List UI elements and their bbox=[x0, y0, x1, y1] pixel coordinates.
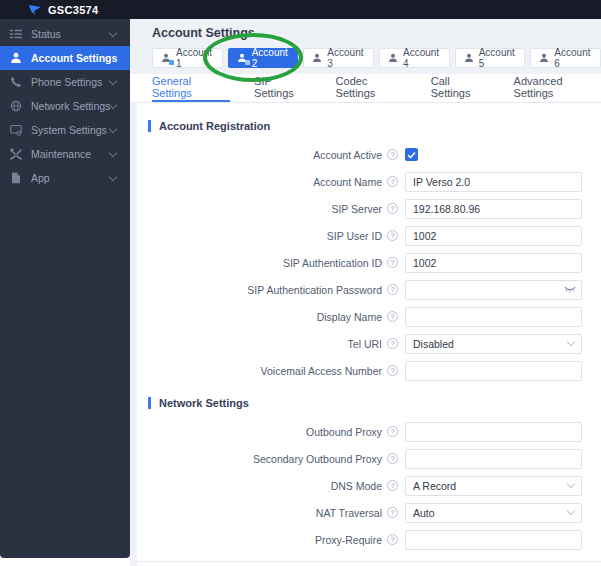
field-label: NAT Traversal bbox=[148, 507, 382, 519]
help-icon[interactable] bbox=[387, 230, 398, 241]
field-label: SIP Authentication Password bbox=[148, 284, 382, 296]
phone-icon bbox=[10, 76, 22, 88]
outbound-proxy-input[interactable] bbox=[405, 422, 582, 442]
field-label: Secondary Outbound Proxy bbox=[148, 453, 382, 465]
tel-uri-select[interactable]: Disabled bbox=[405, 334, 582, 354]
tab-account-1[interactable]: Account 1 bbox=[152, 48, 223, 68]
field-row-sip-user-id: SIP User ID bbox=[148, 222, 601, 249]
tab-account-5[interactable]: Account 5 bbox=[455, 48, 526, 68]
account-person-icon bbox=[237, 53, 247, 63]
account-person-icon bbox=[10, 52, 22, 64]
help-icon[interactable] bbox=[387, 365, 398, 376]
field-row-sip-authentication-password: SIP Authentication Password bbox=[148, 276, 601, 303]
field-row-secondary-outbound-proxy: Secondary Outbound Proxy bbox=[148, 445, 601, 472]
selected-value: Auto bbox=[413, 507, 435, 519]
help-icon[interactable] bbox=[387, 311, 398, 322]
tab-codec-settings[interactable]: Codec Settings bbox=[336, 74, 407, 102]
top-bar: GSC3574 bbox=[0, 0, 601, 19]
content-area: Account Settings Account 1 Account 2 Acc… bbox=[130, 19, 601, 566]
help-icon[interactable] bbox=[387, 257, 398, 268]
account-tab-label: Account 5 bbox=[479, 47, 517, 69]
tab-call-settings[interactable]: Call Settings bbox=[431, 74, 490, 102]
chevron-down-icon bbox=[567, 338, 575, 346]
sip-authentication-password-input[interactable] bbox=[405, 280, 582, 300]
sidebar-item-system-settings[interactable]: System Settings bbox=[0, 118, 130, 142]
tab-account-2[interactable]: Account 2 bbox=[228, 48, 299, 68]
field-label: Voicemail Access Number bbox=[148, 365, 382, 377]
tab-advanced-settings[interactable]: Advanced Settings bbox=[514, 74, 601, 102]
section-marker bbox=[148, 397, 151, 409]
device-model-label: GSC3574 bbox=[48, 4, 98, 16]
dns-mode-select[interactable]: A Record bbox=[405, 476, 582, 496]
sidebar-item-label: Status bbox=[31, 28, 110, 40]
selected-value: A Record bbox=[413, 480, 456, 492]
field-row-account-active: Account Active bbox=[148, 141, 601, 168]
sidebar-item-phone-settings[interactable]: Phone Settings bbox=[0, 70, 130, 94]
tab-sip-settings[interactable]: SIP Settings bbox=[254, 74, 312, 102]
brand-logo: GSC3574 bbox=[28, 4, 98, 16]
tab-account-4[interactable]: Account 4 bbox=[379, 48, 450, 68]
password-visibility-icon[interactable] bbox=[564, 285, 576, 295]
system-settings-icon bbox=[10, 124, 22, 136]
help-icon[interactable] bbox=[387, 480, 398, 491]
account-person-icon bbox=[161, 53, 171, 63]
account-person-icon bbox=[388, 53, 398, 63]
account-person-icon bbox=[312, 53, 322, 63]
help-icon[interactable] bbox=[387, 453, 398, 464]
account-tab-label: Account 2 bbox=[252, 47, 290, 69]
help-icon[interactable] bbox=[387, 203, 398, 214]
field-row-sip-server: SIP Server bbox=[148, 195, 601, 222]
sidebar-item-label: Phone Settings bbox=[31, 76, 110, 88]
field-label: Account Name bbox=[148, 176, 382, 188]
field-row-outbound-proxy: Outbound Proxy bbox=[148, 418, 601, 445]
field-label: DNS Mode bbox=[148, 480, 382, 492]
gsc3574-admin-page: GSC3574 Status Account Settings Phone Se… bbox=[0, 0, 601, 566]
account-name-input[interactable] bbox=[405, 172, 582, 192]
account-tab-label: Account 3 bbox=[327, 47, 365, 69]
account-active-checkbox[interactable] bbox=[405, 148, 418, 161]
chevron-down-icon bbox=[567, 480, 575, 488]
help-icon[interactable] bbox=[387, 284, 398, 295]
tab-account-6[interactable]: Account 6 bbox=[530, 48, 601, 68]
field-label: SIP Server bbox=[148, 203, 382, 215]
voicemail-access-number-input[interactable] bbox=[405, 361, 582, 381]
sidebar-nav: Status Account Settings Phone Settings N… bbox=[0, 19, 130, 558]
sidebar-item-label: Network Settings bbox=[31, 100, 110, 112]
secondary-outbound-proxy-input[interactable] bbox=[405, 449, 582, 469]
account-person-icon bbox=[539, 53, 549, 63]
sidebar-item-app[interactable]: App bbox=[0, 166, 130, 190]
sidebar-item-label: Account Settings bbox=[31, 52, 120, 64]
field-label: SIP User ID bbox=[148, 230, 382, 242]
help-icon[interactable] bbox=[387, 507, 398, 518]
chevron-down-icon bbox=[109, 148, 117, 156]
registered-badge bbox=[169, 60, 174, 65]
help-icon[interactable] bbox=[387, 534, 398, 545]
sidebar-item-status[interactable]: Status bbox=[0, 22, 130, 46]
help-icon[interactable] bbox=[387, 338, 398, 349]
sip-authentication-id-input[interactable] bbox=[405, 253, 582, 273]
chevron-down-icon bbox=[567, 507, 575, 515]
display-name-input[interactable] bbox=[405, 307, 582, 327]
proxy-require-input[interactable] bbox=[405, 530, 582, 550]
sidebar-item-label: Maintenance bbox=[31, 148, 110, 160]
chevron-down-icon bbox=[109, 172, 117, 180]
section-title: Network Settings bbox=[159, 397, 249, 409]
chevron-down-icon bbox=[109, 76, 117, 84]
help-icon[interactable] bbox=[387, 149, 398, 160]
sidebar-item-maintenance[interactable]: Maintenance bbox=[0, 142, 130, 166]
tab-general-settings[interactable]: General Settings bbox=[152, 74, 230, 102]
section-marker bbox=[148, 120, 151, 132]
help-icon[interactable] bbox=[387, 176, 398, 187]
sip-user-id-input[interactable] bbox=[405, 226, 582, 246]
sidebar-item-account-settings[interactable]: Account Settings bbox=[0, 46, 130, 70]
sidebar-item-network-settings[interactable]: Network Settings bbox=[0, 94, 130, 118]
section-network-settings: Network Settings bbox=[148, 396, 601, 410]
app-document-icon bbox=[10, 172, 22, 184]
nat-traversal-select[interactable]: Auto bbox=[405, 503, 582, 523]
tab-account-3[interactable]: Account 3 bbox=[303, 48, 374, 68]
sip-server-input[interactable] bbox=[405, 199, 582, 219]
sidebar-item-label: App bbox=[31, 172, 110, 184]
field-label: Proxy-Require bbox=[148, 534, 382, 546]
field-row-tel-uri: Tel URI Disabled bbox=[148, 330, 601, 357]
help-icon[interactable] bbox=[387, 426, 398, 437]
